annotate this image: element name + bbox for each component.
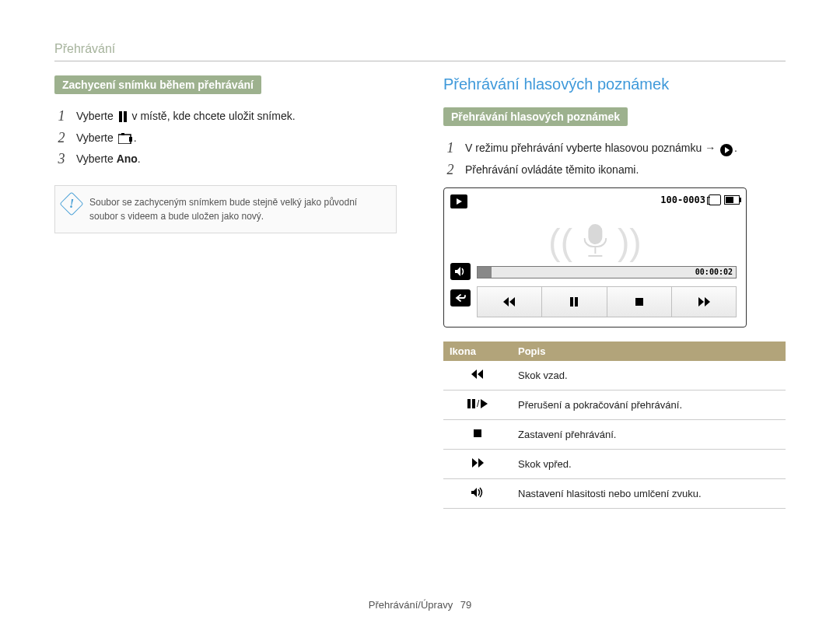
step-2-pre: Vyberte <box>76 131 117 144</box>
svg-rect-3 <box>121 133 124 135</box>
table-row: Zastavení přehrávání. <box>443 420 786 450</box>
svg-rect-20 <box>474 429 481 437</box>
row-desc-rewind: Skok vzad. <box>512 361 786 391</box>
svg-marker-13 <box>705 297 710 306</box>
device-screen: 100-0003 (( )) 00:00:02 <box>443 187 747 328</box>
step-number-1: 1 <box>54 108 68 125</box>
footer-section: Přehrávání/Úpravy <box>369 599 453 611</box>
svg-rect-0 <box>119 111 122 122</box>
row-desc-pause-play: Přerušení a pokračování přehrávání. <box>512 391 786 420</box>
svg-text:/: / <box>477 398 480 409</box>
pause-button[interactable] <box>542 287 607 317</box>
camera-icon <box>118 133 132 144</box>
step-3-pre: Vyberte <box>76 152 117 165</box>
svg-marker-14 <box>478 370 483 379</box>
forward-button[interactable] <box>672 287 736 317</box>
th-desc: Popis <box>512 342 786 361</box>
volume-side-button[interactable] <box>450 263 471 280</box>
note-icon: ! <box>59 191 83 215</box>
playback-controls <box>477 286 737 317</box>
row-icon-pause-play: / <box>443 391 512 420</box>
rewind-button[interactable] <box>478 287 542 317</box>
right-subheader: Přehrávání hlasových poznámek <box>443 107 628 126</box>
stop-button[interactable] <box>607 287 672 317</box>
step-2: 2 Vyberte . <box>54 130 397 147</box>
step-3-bold: Ano <box>117 152 138 165</box>
svg-rect-1 <box>124 111 127 122</box>
right-column: Přehrávání hlasových poznámek Přehrávání… <box>443 75 786 509</box>
title-rule <box>54 61 786 61</box>
progress-fill <box>478 267 492 278</box>
memory-card-icon <box>709 194 721 205</box>
step-1-post: v místě, kde chcete uložit snímek. <box>132 110 296 122</box>
step-number-2: 2 <box>54 130 68 147</box>
play-circle-icon <box>720 144 733 156</box>
row-icon-forward <box>443 450 512 479</box>
svg-marker-5 <box>457 198 462 205</box>
row-desc-forward: Skok vpřed. <box>512 450 786 479</box>
step-r1: 1 V režimu přehrávání vyberte hlasovou p… <box>443 140 786 157</box>
table-row: Skok vzad. <box>443 361 786 391</box>
manual-page: Přehrávání Zachycení snímku během přehrá… <box>0 0 840 634</box>
svg-rect-11 <box>635 298 643 306</box>
step-3: 3 Vyberte Ano. <box>54 151 397 168</box>
icon-table: Ikona Popis Skok vzad. / Přerušení a pok… <box>443 342 786 509</box>
step-1: 1 Vyberte v místě, kde chcete uložit sní… <box>54 108 397 125</box>
device-play-indicator <box>450 194 467 208</box>
left-column: Zachycení snímku během přehrávání 1 Vybe… <box>54 75 397 509</box>
step-r1-text: V režimu přehrávání vyberte hlasovou poz… <box>465 140 737 156</box>
svg-rect-10 <box>575 297 578 306</box>
battery-icon <box>724 195 740 205</box>
svg-marker-19 <box>481 399 488 408</box>
step-r2-text: Přehrávání ovládáte těmito ikonami. <box>465 162 639 178</box>
columns: Zachycení snímku během přehrávání 1 Vybe… <box>54 75 786 509</box>
section-title: Přehrávání hlasových poznámek <box>443 75 786 93</box>
step-r1-pre: V režimu přehrávání vyberte hlasovou poz… <box>465 142 719 154</box>
svg-marker-7 <box>509 297 515 306</box>
step-3-text: Vyberte Ano. <box>76 151 141 167</box>
svg-rect-4 <box>129 137 132 142</box>
left-subheader: Zachycení snímku během přehrávání <box>54 75 261 94</box>
sound-wave-left: (( <box>548 221 572 263</box>
note-box: ! Soubor se zachyceným snímkem bude stej… <box>54 185 397 233</box>
device-file-code: 100-0003 <box>660 194 705 205</box>
svg-marker-15 <box>471 370 477 379</box>
progress-time: 00:00:02 <box>695 268 733 276</box>
sound-wave-right: )) <box>618 221 642 263</box>
svg-rect-2 <box>118 135 131 144</box>
microphone-icon <box>582 224 608 260</box>
step-number-3: 3 <box>54 151 68 168</box>
svg-marker-6 <box>455 267 460 276</box>
svg-rect-17 <box>472 399 475 408</box>
svg-rect-16 <box>467 399 471 408</box>
footer: Přehrávání/Úpravy 79 <box>0 599 840 611</box>
row-desc-stop: Zastavení přehrávání. <box>512 420 786 450</box>
svg-marker-12 <box>698 297 704 306</box>
th-icon: Ikona <box>443 342 512 361</box>
mic-graphic: (( )) <box>548 221 641 263</box>
row-icon-stop <box>443 420 512 450</box>
step-2-text: Vyberte . <box>76 130 137 146</box>
step-r2: 2 Přehrávání ovládáte těmito ikonami. <box>443 162 786 179</box>
table-row: Nastavení hlasitosti nebo umlčení zvuku. <box>443 479 786 509</box>
row-icon-volume <box>443 479 512 509</box>
pause-icon <box>118 111 128 122</box>
step-number-r2: 2 <box>443 162 457 179</box>
table-row: Skok vpřed. <box>443 450 786 479</box>
svg-marker-21 <box>472 458 478 468</box>
step-1-text: Vyberte v místě, kde chcete uložit sníme… <box>76 108 296 124</box>
svg-rect-9 <box>570 297 573 306</box>
svg-marker-8 <box>503 297 509 306</box>
page-title: Přehrávání <box>54 42 786 56</box>
step-1-pre: Vyberte <box>76 110 117 122</box>
device-top-right: 100-0003 <box>660 194 740 205</box>
back-side-button[interactable] <box>450 289 471 306</box>
table-row: / Přerušení a pokračování přehrávání. <box>443 391 786 420</box>
svg-marker-22 <box>478 458 484 468</box>
row-icon-rewind <box>443 361 512 391</box>
note-text: Soubor se zachyceným snímkem bude stejně… <box>89 197 357 222</box>
row-desc-volume: Nastavení hlasitosti nebo umlčení zvuku. <box>512 479 786 509</box>
footer-page: 79 <box>460 599 471 611</box>
step-number-r1: 1 <box>443 140 457 157</box>
progress-bar[interactable]: 00:00:02 <box>477 266 737 278</box>
